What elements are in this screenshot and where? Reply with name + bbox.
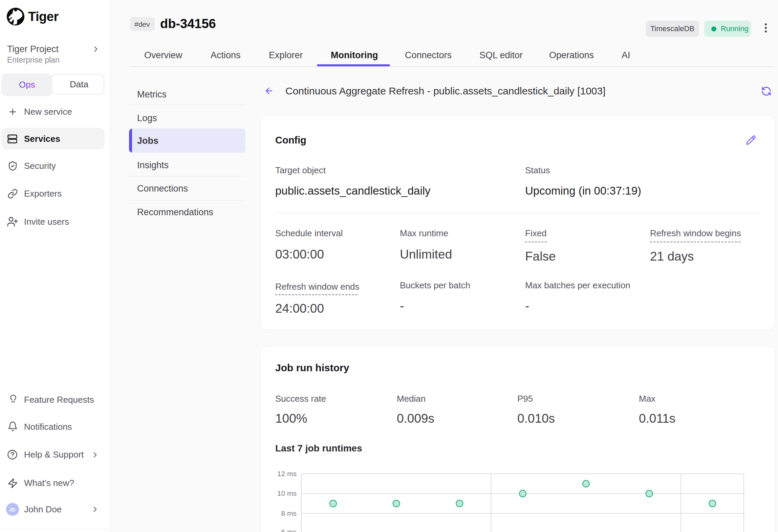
svg-text:8 ms: 8 ms (281, 509, 297, 517)
svg-text:6 ms: 6 ms (281, 528, 297, 532)
svg-text:10 ms: 10 ms (277, 489, 297, 497)
svg-text:12 ms: 12 ms (277, 470, 297, 478)
